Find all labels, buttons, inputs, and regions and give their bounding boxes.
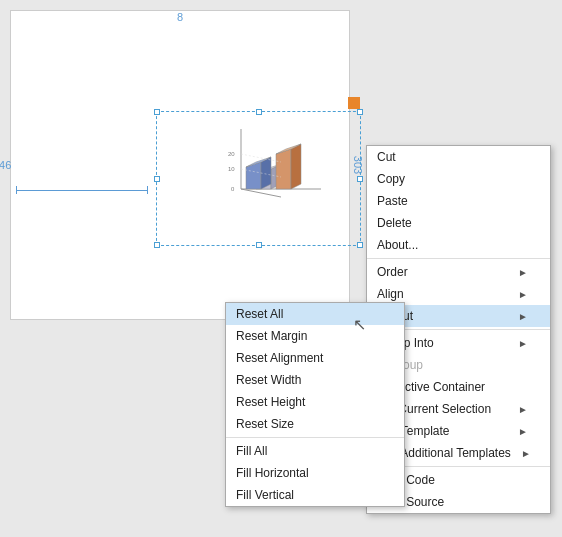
svg-text:10: 10: [228, 166, 235, 172]
menu-delete[interactable]: Delete: [367, 212, 550, 234]
menu-order[interactable]: Order ►: [367, 261, 550, 283]
edit-additional-templates-arrow: ►: [521, 448, 531, 459]
submenu-fill-horizontal[interactable]: Fill Horizontal: [226, 462, 404, 484]
handle-br: [357, 242, 363, 248]
submenu-reset-all[interactable]: Reset All: [226, 303, 404, 325]
handle-tr: [357, 109, 363, 115]
handle-bm: [256, 242, 262, 248]
orange-handle[interactable]: [348, 97, 360, 109]
dim-line-horizontal: [16, 186, 148, 194]
handle-ml: [154, 176, 160, 182]
submenu-reset-height[interactable]: Reset Height: [226, 391, 404, 413]
submenu-fill-all[interactable]: Fill All: [226, 440, 404, 462]
menu-about[interactable]: About...: [367, 234, 550, 256]
submenu-reset-alignment[interactable]: Reset Alignment: [226, 347, 404, 369]
submenu-reset-size[interactable]: Reset Size: [226, 413, 404, 435]
group-into-arrow: ►: [518, 338, 528, 349]
svg-text:0: 0: [231, 186, 235, 192]
submenu-reset-margin[interactable]: Reset Margin: [226, 325, 404, 347]
order-arrow: ►: [518, 267, 528, 278]
submenu-separator: [226, 437, 404, 438]
handle-tl: [154, 109, 160, 115]
svg-marker-6: [276, 149, 291, 189]
dim-left-label: 446: [0, 159, 11, 171]
cursor: ↖: [353, 315, 366, 334]
chart-image: 0 10 20: [226, 119, 331, 199]
svg-marker-10: [261, 157, 271, 189]
svg-text:20: 20: [228, 151, 235, 157]
svg-marker-7: [291, 144, 301, 189]
menu-copy[interactable]: Copy: [367, 168, 550, 190]
dim-right: 303: [352, 156, 364, 174]
handle-bl: [154, 242, 160, 248]
submenu-fill-vertical[interactable]: Fill Vertical: [226, 484, 404, 506]
canvas-area: 8 303: [0, 0, 562, 537]
layout-arrow: ►: [518, 311, 528, 322]
submenu-reset-width[interactable]: Reset Width: [226, 369, 404, 391]
dim-top: 8: [177, 11, 183, 23]
svg-line-2: [241, 189, 281, 197]
edit-template-arrow: ►: [518, 426, 528, 437]
separator-1: [367, 258, 550, 259]
align-arrow: ►: [518, 289, 528, 300]
menu-cut[interactable]: Cut: [367, 146, 550, 168]
handle-mr: [357, 176, 363, 182]
set-current-selection-arrow: ►: [518, 404, 528, 415]
handle-tm: [256, 109, 262, 115]
page-canvas: 8 303: [10, 10, 350, 320]
menu-paste[interactable]: Paste: [367, 190, 550, 212]
layout-submenu: Reset All Reset Margin Reset Alignment R…: [225, 302, 405, 507]
